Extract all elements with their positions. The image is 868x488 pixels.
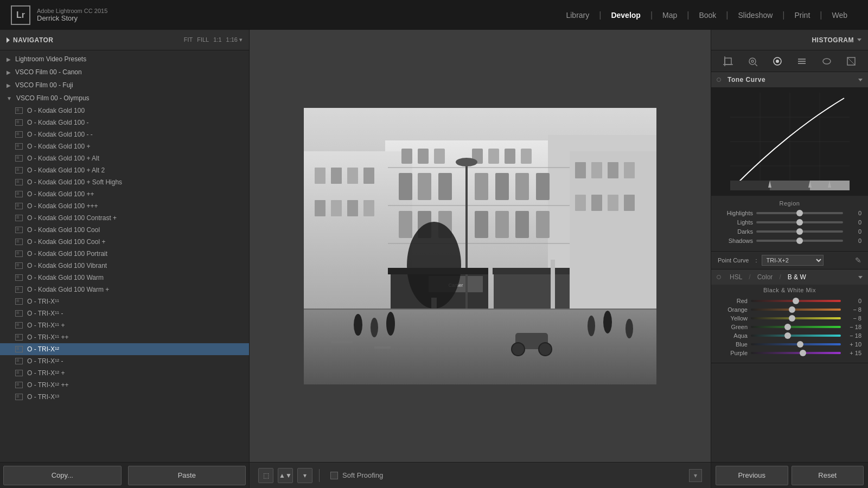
orange-thumb[interactable] [789,306,795,313]
blue-slider[interactable] [751,343,841,345]
nav-item-book[interactable]: Book [689,7,726,24]
nav-item-map[interactable]: Map [653,7,687,24]
toolbar-right-arrow[interactable]: ▾ [689,469,702,482]
list-item[interactable]: O - Kodak Gold 100 Vibrant [0,260,249,272]
list-item[interactable]: O - TRI-X¹² + [0,367,249,379]
list-item[interactable]: O - Kodak Gold 100 - [0,117,249,129]
list-item[interactable]: O - Kodak Gold 100 Cool [0,224,249,236]
list-item[interactable]: O - Kodak Gold 100 + Alt 2 [0,164,249,176]
zoom-1to16[interactable]: 1:16 ▾ [226,36,242,43]
lights-slider[interactable] [756,221,843,223]
tab-hsl[interactable]: HSL [727,272,744,282]
zoom-1to1[interactable]: 1:1 [213,36,221,43]
list-item[interactable]: O - TRI-X¹² - [0,355,249,367]
graduated-filter-btn[interactable] [794,54,810,69]
list-item[interactable]: O - Kodak Gold 100 Cool + [0,236,249,248]
crop-tool-btn[interactable] [720,54,736,69]
preset-group-vsco-olympus[interactable]: ▼ VSCO Film 00 - Olympus [0,92,249,105]
nav-item-print[interactable]: Print [785,7,820,24]
soft-proofing-checkbox[interactable] [330,472,338,479]
shadows-slider[interactable] [756,240,843,242]
list-item[interactable]: O - Kodak Gold 100 - - [0,129,249,140]
spot-removal-btn[interactable] [744,54,761,69]
list-item[interactable]: O - Kodak Gold 100 + [0,140,249,152]
nav-item-library[interactable]: Library [556,7,599,24]
red-eye-btn[interactable] [769,54,786,69]
point-curve-select[interactable]: TRI-X+2 Linear Medium Contrast [762,255,824,266]
list-item[interactable]: O - TRI-X¹² ++ [0,379,249,391]
zoom-fill[interactable]: FILL [197,36,209,43]
hsl-header[interactable]: HSL / Color / B & W [711,269,868,285]
adjustment-brush-btn[interactable] [843,54,859,69]
hsl-toggle[interactable] [717,275,721,279]
histogram-header: Histogram [711,30,868,50]
hsl-tabs: HSL / Color / B & W [727,272,808,282]
darks-thumb[interactable] [796,228,803,235]
list-item[interactable]: O - TRI-X¹¹ ++ [0,331,249,343]
highlights-thumb[interactable] [796,210,803,216]
yellow-thumb[interactable] [789,315,795,322]
list-item[interactable]: O - Kodak Gold 100 Portrait [0,248,249,260]
nav-item-develop[interactable]: Develop [601,7,650,24]
orange-value: − 8 [844,306,861,313]
tone-curve-header[interactable]: Tone Curve [711,72,868,87]
list-item[interactable]: O - Kodak Gold 100 ++ [0,188,249,200]
tab-color[interactable]: Color [755,272,775,282]
navigator-title[interactable]: Navigator [7,36,184,44]
red-slider-row: Red 0 [711,298,868,304]
list-item[interactable]: O - Kodak Gold 100 Warm + [0,284,249,296]
green-slider[interactable] [751,326,841,328]
svg-point-72 [749,58,756,65]
list-item-selected[interactable]: O - TRI-X¹² [0,343,249,355]
svg-point-43 [626,319,633,338]
list-item[interactable]: O - Kodak Gold 100 Contrast + [0,212,249,224]
purple-thumb[interactable] [800,350,806,356]
nav-item-web[interactable]: Web [822,7,857,24]
shadows-thumb[interactable] [796,237,803,244]
tab-bw[interactable]: B & W [786,272,808,282]
svg-point-40 [386,312,395,336]
preset-group-vsco-fuji[interactable]: ▶ VSCO Film 00 - Fuji [0,79,249,92]
preset-group-lr-video[interactable]: ▶ Lightroom Video Presets [0,53,249,66]
red-slider[interactable] [751,300,841,302]
reset-button[interactable]: Reset [792,466,864,485]
list-item[interactable]: O - Kodak Gold 100 +++ [0,200,249,212]
highlights-slider[interactable] [756,212,843,214]
crop-overlay-btn[interactable]: ⬚ [258,468,273,483]
color-flag-btn[interactable]: ▲▼ [278,468,293,483]
point-curve-edit-icon[interactable]: ✎ [855,256,861,265]
lights-thumb[interactable] [796,219,803,226]
group-label-lr-video: Lightroom Video Presets [15,55,86,63]
zoom-fit[interactable]: FIT [184,36,193,43]
green-thumb[interactable] [784,324,791,330]
list-item[interactable]: O - TRI-X¹¹ - [0,307,249,319]
histogram-collapse-arrow[interactable] [857,38,861,41]
aqua-thumb[interactable] [784,332,791,339]
aqua-slider[interactable] [751,335,841,337]
list-item[interactable]: O - TRI-X¹¹ + [0,319,249,331]
purple-slider[interactable] [751,352,841,354]
preset-group-vsco-canon[interactable]: ▶ VSCO Film 00 - Canon [0,66,249,79]
list-item[interactable]: O - TRI-X¹³ [0,391,249,403]
svg-rect-16 [438,173,452,200]
list-item[interactable]: O - Kodak Gold 100 Warm [0,272,249,284]
darks-slider[interactable] [756,230,843,233]
blue-thumb[interactable] [797,341,803,348]
left-panel: Navigator FIT FILL 1:1 1:16 ▾ ▶ Lightroo… [0,30,250,488]
list-item[interactable]: O - Kodak Gold 100 + Soft Highs [0,176,249,188]
svg-rect-18 [495,173,509,200]
copy-button[interactable]: Copy... [3,466,122,485]
list-item[interactable]: O - Kodak Gold 100 + Alt [0,152,249,164]
list-item[interactable]: O - TRI-X¹¹ [0,296,249,307]
nav-item-slideshow[interactable]: Slideshow [729,7,783,24]
radial-filter-btn[interactable] [819,54,835,69]
orange-slider[interactable] [751,309,841,311]
yellow-slider[interactable] [751,317,841,319]
tone-curve-toggle[interactable] [717,78,721,82]
previous-button[interactable]: Previous [716,466,788,485]
flag-btn[interactable]: ▾ [297,468,312,483]
preset-icon [15,167,23,174]
list-item[interactable]: O - Kodak Gold 100 [0,105,249,117]
red-thumb[interactable] [793,298,799,304]
paste-button[interactable]: Paste [128,466,246,485]
